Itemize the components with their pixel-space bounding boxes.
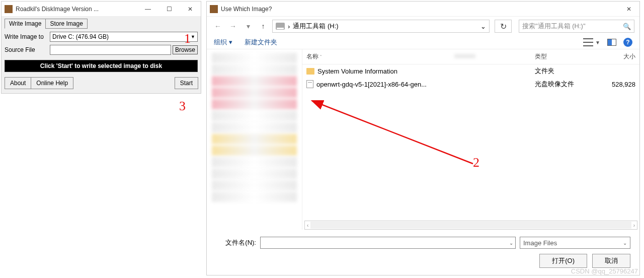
nav-bar: ← → ▾ ↑ › 通用工具箱 (H:) ⌄ ↻ 搜索"通用工具箱 (H:)" …: [207, 17, 639, 36]
file-dialog-window: Use Which Image? ✕ ← → ▾ ↑ › 通用工具箱 (H:) …: [206, 1, 640, 275]
browse-button[interactable]: Browse: [173, 45, 198, 54]
file-list: 名称 ˆ xxxxxxx 类型 大小 System Volume Informa…: [302, 49, 639, 230]
source-file-input[interactable]: [50, 45, 171, 55]
app-icon: [210, 5, 218, 13]
label-source-file: Source File: [5, 46, 50, 53]
tab-write-image[interactable]: Write Image: [5, 19, 46, 29]
app-icon: [5, 5, 13, 13]
view-icon: [583, 38, 593, 46]
chevron-down-icon[interactable]: ⌄: [480, 23, 486, 30]
watermark: CSDN @qq_25796247: [571, 267, 638, 275]
sidebar[interactable]: [207, 49, 302, 230]
file-icon: [306, 80, 313, 88]
search-icon: 🔍: [623, 23, 631, 30]
status-bar: Click 'Start' to write selected image to…: [5, 60, 198, 72]
chevron-down-icon: ▼: [191, 34, 195, 39]
file-row[interactable]: openwrt-gdq-v5-1[2021]-x86-64-gen... 光盘映…: [302, 78, 639, 91]
drive-select-value: Drive C: (476.94 GB): [52, 33, 109, 40]
diskimage-window: Roadkil's DiskImage Version ... — ☐ ✕ Wr…: [1, 1, 201, 94]
minimize-button[interactable]: —: [137, 2, 158, 17]
close-button[interactable]: ✕: [618, 2, 639, 17]
tab-strip: Write Image Store Image: [5, 19, 198, 29]
recent-dropdown[interactable]: ▾: [242, 20, 254, 32]
annotation-1: 1: [184, 31, 191, 46]
col-date[interactable]: xxxxxxx: [454, 52, 535, 61]
col-size[interactable]: 大小: [595, 52, 635, 61]
start-button[interactable]: Start: [175, 77, 198, 89]
maximize-button[interactable]: ☐: [158, 2, 180, 17]
back-button[interactable]: ←: [212, 20, 224, 32]
file-row[interactable]: System Volume Information 文件夹: [302, 64, 639, 78]
new-folder-button[interactable]: 新建文件夹: [245, 38, 277, 47]
breadcrumb-sep: ›: [288, 23, 290, 30]
cancel-button[interactable]: 取消: [592, 254, 630, 268]
about-button[interactable]: About: [5, 77, 31, 89]
help-icon[interactable]: ?: [623, 38, 632, 47]
col-name[interactable]: 名称 ˆ: [306, 52, 454, 61]
titlebar: Roadkil's DiskImage Version ... — ☐ ✕: [2, 2, 201, 17]
close-button[interactable]: ✕: [180, 2, 201, 17]
organize-menu[interactable]: 组织 ▾: [214, 38, 232, 47]
horizontal-scrollbar[interactable]: ‹›: [304, 221, 637, 230]
annotation-3: 3: [179, 99, 186, 114]
open-button[interactable]: 打开(O): [539, 254, 587, 268]
window-title: Roadkil's DiskImage Version ...: [16, 6, 137, 13]
drive-select[interactable]: Drive C: (476.94 GB) ▼: [50, 32, 198, 42]
window-title: Use Which Image?: [221, 6, 618, 13]
filetype-select[interactable]: Image Files⌄: [520, 237, 630, 249]
column-headers[interactable]: 名称 ˆ xxxxxxx 类型 大小: [302, 49, 639, 64]
toolbar: 组织 ▾ 新建文件夹 ▼ ?: [207, 36, 639, 49]
titlebar: Use Which Image? ✕: [207, 2, 639, 17]
breadcrumb[interactable]: 通用工具箱 (H:): [293, 22, 338, 31]
label-write-to: Write Image to: [5, 33, 50, 40]
drive-icon: [276, 23, 285, 30]
folder-icon: [306, 68, 314, 75]
preview-pane-toggle[interactable]: [607, 39, 616, 46]
annotation-2: 2: [473, 155, 479, 170]
filename-label: 文件名(N):: [216, 238, 256, 247]
filename-input[interactable]: ⌄: [260, 237, 516, 249]
forward-button[interactable]: →: [227, 20, 239, 32]
up-button[interactable]: ↑: [257, 20, 269, 32]
search-input[interactable]: 搜索"通用工具箱 (H:)" 🔍: [519, 20, 634, 33]
view-menu[interactable]: ▼: [583, 38, 600, 46]
refresh-button[interactable]: ↻: [495, 20, 512, 33]
col-type[interactable]: 类型: [535, 52, 595, 61]
search-placeholder: 搜索"通用工具箱 (H:)": [522, 22, 586, 31]
online-help-button[interactable]: Online Help: [31, 77, 73, 89]
tab-store-image[interactable]: Store Image: [45, 19, 87, 29]
address-bar[interactable]: › 通用工具箱 (H:) ⌄: [272, 20, 490, 33]
